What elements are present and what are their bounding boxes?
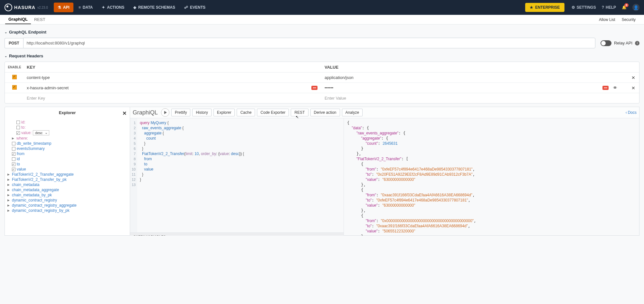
derive-action-button[interactable]: Derive action: [310, 109, 340, 116]
header-key[interactable]: x-hasura-admin-secret•••: [24, 83, 322, 92]
field-checkbox[interactable]: [12, 142, 15, 145]
nav-right: ⚙SETTINGS ?HELP 🔔8 👤: [572, 4, 639, 11]
header-key-input[interactable]: Enter Key: [24, 94, 322, 103]
version-label: v2.23.0: [37, 6, 48, 9]
header-enable-checkbox[interactable]: [12, 75, 17, 79]
field-checkbox[interactable]: [12, 147, 15, 151]
remove-header-button[interactable]: ✕: [631, 75, 635, 80]
chevron-down-icon: ⌄: [5, 30, 7, 34]
query-body[interactable]: query MyQuery { raw_events_aggregate { a…: [137, 118, 247, 232]
field-checkbox[interactable]: [12, 157, 15, 161]
user-icon: 👤: [633, 5, 639, 10]
close-explorer-button[interactable]: ✕: [122, 110, 127, 116]
nav-data[interactable]: ≡DATA: [75, 3, 97, 12]
expand-icon[interactable]: ▶: [12, 137, 15, 140]
field-checkbox[interactable]: [16, 126, 20, 129]
nav-remote-schemas[interactable]: ◆REMOTE SCHEMAS: [129, 3, 179, 12]
field-checkbox[interactable]: [12, 152, 15, 156]
root-field[interactable]: dynamic_contract_registry_aggregate: [12, 203, 77, 208]
endpoint-section-toggle[interactable]: ⌄ GraphQL Endpoint: [5, 28, 639, 36]
root-field[interactable]: FiatTokenV2_2_Transfer_aggregate: [12, 172, 74, 177]
field-checkbox[interactable]: [12, 168, 15, 171]
user-menu[interactable]: 👤: [632, 4, 639, 11]
nav-settings[interactable]: ⚙SETTINGS: [572, 5, 596, 10]
nav-events[interactable]: ☍EVENTS: [180, 3, 209, 12]
brand-label: HASURA: [14, 5, 35, 10]
root-field[interactable]: dynamic_contract_registry: [12, 198, 57, 202]
notifications-button[interactable]: 🔔8: [622, 5, 627, 10]
tab-allow-list[interactable]: Allow List: [596, 15, 619, 24]
analyze-button[interactable]: Analyze: [342, 109, 363, 116]
plug-icon: ◆: [133, 5, 136, 10]
field-checkbox[interactable]: [16, 121, 20, 124]
remove-header-button[interactable]: ✕: [631, 85, 635, 91]
top-nav: HASURA v2.23.0 ⚗API ≡DATA ✦ACTIONS ◆REMO…: [0, 0, 644, 15]
expand-icon[interactable]: ▶: [7, 183, 11, 186]
query-editor[interactable]: 12345678910111213 query MyQuery { raw_ev…: [130, 118, 344, 236]
help-icon: ?: [602, 5, 604, 10]
cache-button[interactable]: Cache: [237, 109, 255, 116]
expand-icon[interactable]: ▶: [7, 204, 11, 207]
tab-graphiql[interactable]: GraphiQL: [5, 15, 31, 24]
expand-icon[interactable]: ▶: [7, 178, 11, 181]
method-label: POST: [5, 38, 23, 48]
tab-security[interactable]: Security: [619, 15, 639, 24]
field-item[interactable]: from: [17, 152, 24, 156]
prettify-button[interactable]: Prettify: [171, 109, 190, 116]
root-field[interactable]: chain_metadata_by_pk: [12, 193, 52, 197]
field-checkbox[interactable]: [12, 162, 15, 166]
field-item[interactable]: id: [17, 157, 20, 161]
rest-button[interactable]: REST: [291, 109, 308, 116]
flask-icon: ⚗: [58, 5, 61, 10]
field-to[interactable]: to:: [21, 125, 25, 130]
order-select[interactable]: desc: [33, 130, 49, 135]
expand-icon[interactable]: ▶: [7, 199, 11, 202]
field-item[interactable]: value: [17, 167, 26, 172]
field-item[interactable]: to: [17, 162, 20, 166]
field-value[interactable]: value:: [21, 131, 32, 135]
field-id[interactable]: id:: [21, 120, 25, 124]
docs-button[interactable]: ‹Docs: [626, 110, 637, 115]
hasura-logo-icon: [5, 4, 12, 11]
field-where[interactable]: where:: [16, 136, 28, 141]
headers-section-toggle[interactable]: ⌄ Request Headers: [5, 52, 639, 60]
enterprise-button[interactable]: ★ENTERPRISE: [525, 3, 564, 12]
header-value[interactable]: application/json: [325, 75, 354, 80]
secret-badge-icon: •••: [311, 86, 317, 90]
expand-icon[interactable]: ▶: [7, 173, 11, 176]
header-value-input[interactable]: Enter Value: [322, 94, 620, 103]
header-value[interactable]: ••••••: [325, 85, 333, 90]
expand-icon[interactable]: ▶: [7, 209, 11, 212]
field-checkbox[interactable]: [16, 131, 20, 135]
logo[interactable]: HASURA: [5, 4, 35, 11]
query-variables-toggle[interactable]: QUERY VARIABLES: [130, 232, 344, 236]
nav-api[interactable]: ⚗API: [54, 3, 73, 12]
relay-toggle[interactable]: [601, 40, 611, 46]
expand-icon[interactable]: ▶: [7, 193, 11, 197]
col-key: KEY: [24, 63, 322, 72]
endpoint-input[interactable]: [23, 38, 595, 48]
col-value: VALUE: [322, 63, 620, 72]
root-field[interactable]: dynamic_contract_registry_by_pk: [12, 208, 70, 213]
nav-help[interactable]: ?HELP: [602, 5, 616, 10]
header-key[interactable]: content-type: [24, 73, 322, 82]
nav-actions[interactable]: ✦ACTIONS: [98, 3, 128, 12]
reveal-button[interactable]: 👁: [613, 85, 617, 90]
explorer-button[interactable]: Explorer: [213, 109, 235, 116]
explorer-panel: Explorer ✕ id: to: value: desc ▶where: d…: [5, 107, 130, 236]
result-pane[interactable]: { "data": { "raw_events_aggregate": { "a…: [344, 118, 639, 236]
root-field[interactable]: chain_metadata: [12, 182, 39, 187]
root-field[interactable]: FiatTokenV2_2_Transfer_by_pk: [12, 177, 67, 182]
line-gutter: 12345678910111213: [130, 118, 137, 232]
code-exporter-button[interactable]: Code Exporter: [257, 109, 289, 116]
info-icon[interactable]: i: [635, 41, 639, 45]
history-button[interactable]: History: [192, 109, 211, 116]
field-item[interactable]: db_write_timestamp: [17, 141, 51, 146]
root-field[interactable]: chain_metadata_aggregate: [12, 188, 59, 192]
tab-rest[interactable]: REST: [31, 15, 49, 24]
field-item[interactable]: eventsSummary: [17, 146, 45, 151]
expand-icon[interactable]: ▶: [7, 188, 11, 191]
run-query-button[interactable]: [161, 108, 169, 117]
header-enable-checkbox[interactable]: [12, 85, 17, 90]
graphiql-title: GraphiQL: [133, 109, 158, 116]
